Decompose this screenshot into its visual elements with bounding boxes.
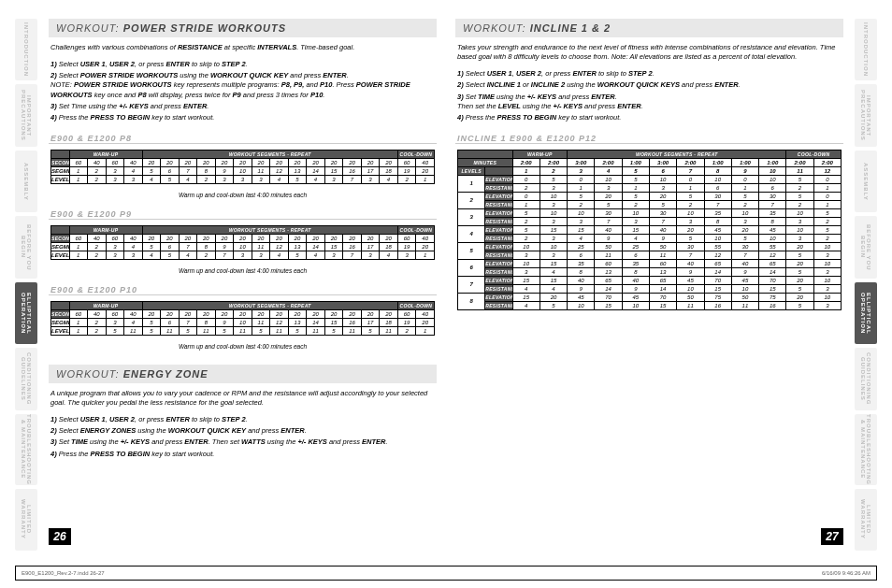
nav-tab[interactable]: IMPORTANT PRECAUTIONS <box>855 84 877 146</box>
instruction-step: 2) Select INCLINE 1 or INCLINE 2 using t… <box>457 80 842 90</box>
footer-file: E900_E1200_Rev.2-7.indd 26-27 <box>22 570 105 576</box>
intro-text: Takes your strength and endurance to the… <box>455 43 843 62</box>
nav-tab[interactable]: ASSEMBLY <box>855 151 877 212</box>
nav-tab[interactable]: IMPORTANT PRECAUTIONS <box>15 84 37 146</box>
section-header-incline: WORKOUT: INCLINE 1 & 2 <box>455 19 843 37</box>
page-number-right: 27 <box>821 528 843 545</box>
header-prefix: WORKOUT: <box>463 22 530 34</box>
nav-tab[interactable]: CONDITIONING GUIDELINES <box>855 348 877 409</box>
nav-tab[interactable]: INTRODUCTION <box>15 19 37 80</box>
nav-tab[interactable]: ELLIPTICAL OPERATION <box>855 282 877 344</box>
page-right: WORKOUT: INCLINE 1 & 2 Takes your streng… <box>455 19 843 551</box>
header-title: POWER STRIDE WORKOUTS <box>123 22 286 34</box>
print-footer: E900_E1200_Rev.2-7.indd 26-27 6/16/09 9:… <box>15 566 877 581</box>
table-note: Warm up and cool-down last 4:00 minutes … <box>49 265 437 276</box>
header-prefix: WORKOUT: <box>56 368 123 380</box>
steps-list: 1) Select USER 1, USER 2, or press ENTER… <box>49 58 437 124</box>
instruction-step: 3) Set Time using the +/- KEYS and press… <box>50 102 435 111</box>
instruction-step: 2) Select ENERGY ZONES using the WORKOUT… <box>50 426 435 436</box>
table-p10: WARM-UPWORKOUT SEGMENTS - REPEATCOOL-DOW… <box>49 301 437 336</box>
header-prefix: WORKOUT: <box>56 22 123 34</box>
instruction-step: 4) Press the PRESS TO BEGIN key to start… <box>50 113 435 122</box>
section-header-energy-zone: WORKOUT: ENERGY ZONE <box>49 365 437 383</box>
page-number-left: 26 <box>49 528 71 545</box>
page-spread: WORKOUT: POWER STRIDE WORKOUTS Challenge… <box>49 19 843 551</box>
intro-text: A unique program that allows you to vary… <box>49 389 437 408</box>
subheader-incline: INCLINE 1 E900 & E1200 P12 <box>455 132 843 144</box>
table-p9: WARM-UPWORKOUT SEGMENTS - REPEATCOOL-DOW… <box>49 225 437 260</box>
nav-tab[interactable]: ASSEMBLY <box>15 151 37 212</box>
table-p8: WARM-UPWORKOUT SEGMENTS - REPEATCOOL-DOW… <box>49 150 437 184</box>
instruction-step: 4) Press the PRESS TO BEGIN key to start… <box>457 113 842 122</box>
sheet: INTRODUCTIONIMPORTANT PRECAUTIONSASSEMBL… <box>0 0 892 588</box>
instruction-step: 1) Select USER 1, USER 2, or press ENTER… <box>50 415 435 424</box>
nav-tab[interactable]: LIMITED WARRANTY <box>855 489 877 551</box>
instruction-step: 3) Set TIME using the +/- KEYS and press… <box>50 437 435 447</box>
table-note: Warm up and cool-down last 4:00 minutes … <box>49 190 437 200</box>
nav-tabs-left: INTRODUCTIONIMPORTANT PRECAUTIONSASSEMBL… <box>15 19 37 551</box>
nav-tab[interactable]: CONDITIONING GUIDELINES <box>15 348 37 409</box>
intro-text: Challenges with various combinations of … <box>49 43 437 52</box>
table-incline: WARM-UPWORKOUT SEGMENTS - REPEATCOOL-DOW… <box>455 150 843 310</box>
steps-list: 1) Select USER 1, USER 2, or press ENTER… <box>49 413 437 461</box>
header-title: INCLINE 1 & 2 <box>530 22 611 34</box>
page-left: WORKOUT: POWER STRIDE WORKOUTS Challenge… <box>49 19 437 551</box>
nav-tab[interactable]: TROUBLESHOOTING & MAINTENANCE <box>855 414 877 485</box>
section-header-power-stride: WORKOUT: POWER STRIDE WORKOUTS <box>49 19 437 37</box>
footer-timestamp: 6/16/09 9:46:26 AM <box>822 570 870 576</box>
steps-list: 1) Select USER 1, USER 2, or press ENTER… <box>455 67 843 124</box>
nav-tab[interactable]: INTRODUCTION <box>855 19 877 80</box>
instruction-step: 4) Press the PRESS TO BEGIN key to start… <box>50 450 435 459</box>
instruction-step: 2) Select POWER STRIDE WORKOUTS using th… <box>50 71 435 99</box>
header-title: ENERGY ZONE <box>123 368 209 380</box>
instruction-step: 1) Select USER 1, USER 2, or press ENTER… <box>50 60 435 69</box>
instruction-step: 1) Select USER 1, USER 2, or press ENTER… <box>457 69 842 79</box>
nav-tab[interactable]: TROUBLESHOOTING & MAINTENANCE <box>15 414 37 485</box>
instruction-step: 3) Set TIME using the +/- KEYS and press… <box>457 93 842 111</box>
subheader-p10: E900 & E1200 P10 <box>49 283 437 295</box>
nav-tab[interactable]: LIMITED WARRANTY <box>15 489 37 551</box>
nav-tab[interactable]: BEFORE YOU BEGIN <box>15 216 37 278</box>
subheader-p8: E900 & E1200 P8 <box>49 132 437 144</box>
nav-tabs-right: INTRODUCTIONIMPORTANT PRECAUTIONSASSEMBL… <box>855 19 877 551</box>
nav-tab[interactable]: ELLIPTICAL OPERATION <box>15 282 37 344</box>
table-note: Warm up and cool-down last 4:00 minutes … <box>49 341 437 351</box>
nav-tab[interactable]: BEFORE YOU BEGIN <box>855 216 877 278</box>
subheader-p9: E900 & E1200 P9 <box>49 208 437 220</box>
